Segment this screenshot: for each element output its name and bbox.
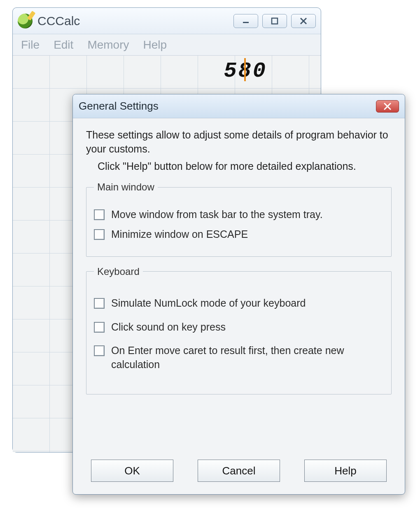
cancel-button[interactable]: Cancel — [198, 460, 280, 482]
checkbox-icon[interactable] — [94, 209, 105, 220]
menu-memory[interactable]: Memory — [87, 38, 129, 52]
help-button[interactable]: Help — [304, 460, 387, 482]
svg-rect-1 — [272, 18, 278, 24]
dialog-close-button[interactable] — [376, 100, 399, 113]
group-keyboard: Keyboard Simulate NumLock mode of your k… — [86, 266, 392, 394]
group-main-window: Main window Move window from task bar to… — [86, 181, 392, 257]
settings-dialog: General Settings These settings allow to… — [72, 94, 405, 495]
menu-edit[interactable]: Edit — [54, 38, 73, 52]
option-move-to-tray[interactable]: Move window from task bar to the system … — [94, 208, 384, 222]
checkbox-icon[interactable] — [94, 229, 105, 240]
menu-help[interactable]: Help — [143, 38, 167, 52]
option-minimize-on-escape-label: Minimize window on ESCAPE — [111, 228, 248, 242]
close-icon — [383, 103, 392, 110]
checkbox-icon[interactable] — [94, 322, 105, 333]
svg-rect-0 — [243, 22, 249, 23]
option-click-sound-label: Click sound on key press — [111, 320, 226, 334]
maximize-button[interactable] — [262, 14, 287, 28]
main-titlebar[interactable]: CCCalc — [13, 8, 321, 34]
option-simulate-numlock[interactable]: Simulate NumLock mode of your keyboard — [94, 296, 384, 310]
caret-indicator — [244, 58, 246, 81]
option-enter-caret[interactable]: On Enter move caret to result first, the… — [94, 344, 384, 372]
intro-text-1: These settings allow to adjust some deta… — [86, 128, 392, 156]
dialog-title: General Settings — [79, 100, 376, 113]
checkbox-icon[interactable] — [94, 345, 105, 356]
option-click-sound[interactable]: Click sound on key press — [94, 320, 384, 334]
option-move-to-tray-label: Move window from task bar to the system … — [111, 208, 323, 222]
group-keyboard-legend: Keyboard — [94, 266, 143, 277]
window-controls — [233, 14, 316, 28]
dialog-titlebar[interactable]: General Settings — [73, 94, 405, 118]
group-main-window-legend: Main window — [94, 181, 158, 193]
close-button[interactable] — [291, 14, 316, 28]
display-value: 580 — [13, 59, 267, 83]
dialog-button-row: OK Cancel Help — [73, 456, 405, 494]
ok-button[interactable]: OK — [91, 460, 173, 482]
main-window-title: CCCalc — [37, 14, 229, 28]
option-simulate-numlock-label: Simulate NumLock mode of your keyboard — [111, 296, 306, 310]
app-icon — [18, 14, 33, 28]
option-minimize-on-escape[interactable]: Minimize window on ESCAPE — [94, 228, 384, 242]
menu-bar: File Edit Memory Help — [13, 34, 321, 56]
menu-file[interactable]: File — [21, 38, 40, 52]
option-enter-caret-label: On Enter move caret to result first, the… — [111, 344, 384, 372]
checkbox-icon[interactable] — [94, 298, 105, 309]
intro-text-2: Click "Help" button below for more detai… — [98, 160, 392, 174]
minimize-button[interactable] — [233, 14, 258, 28]
dialog-body: These settings allow to adjust some deta… — [73, 118, 405, 456]
